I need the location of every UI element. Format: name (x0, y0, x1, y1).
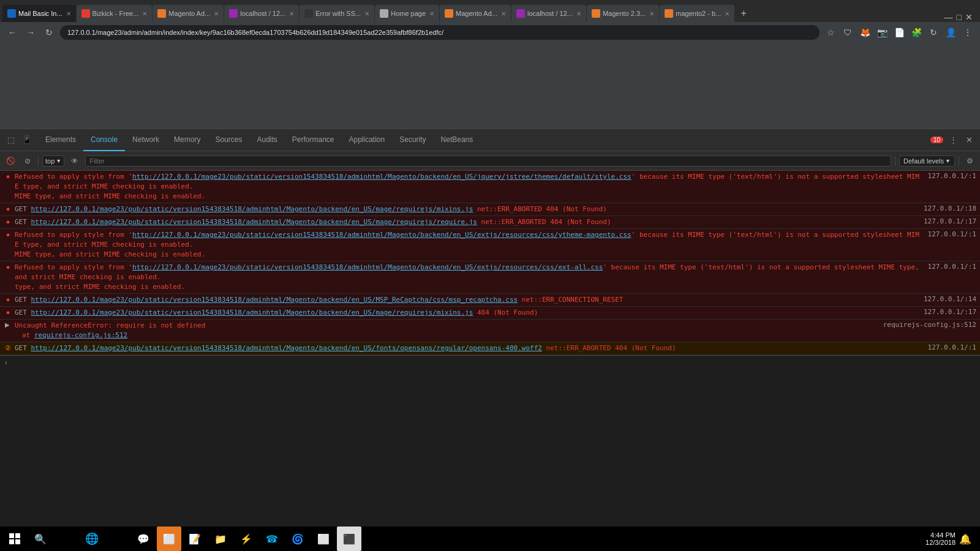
tab-close-magento1[interactable]: ✕ (214, 10, 219, 17)
tab-sources[interactable]: Sources (208, 129, 249, 151)
taskbar-task-view[interactable]: ⊙ (54, 527, 78, 551)
toolbar-divider1 (38, 156, 39, 166)
expand-icon-8[interactable]: ▶ (5, 321, 10, 328)
tab-close-localhost1[interactable]: ✕ (289, 10, 294, 17)
taskbar-messaging[interactable]: 💬 (131, 527, 156, 551)
taskbar-app-orange[interactable]: ⬜ (157, 527, 181, 551)
taskbar-skype[interactable]: ☎ (260, 527, 284, 551)
entry-link-5[interactable]: http://127.0.0.1/mage23/pub/static/versi… (132, 263, 603, 271)
devtools-close-icon[interactable]: ✕ (963, 134, 975, 146)
tab-localhost2[interactable]: localhost / 12... ✕ (511, 5, 586, 22)
entry-link-7[interactable]: http://127.0.0.1/mage23/pub/static/versi… (31, 309, 473, 317)
tab-security[interactable]: Security (392, 129, 433, 151)
tab-favicon-github (304, 9, 313, 18)
tab-bizkick[interactable]: Bizkick - Free... ✕ (77, 5, 153, 22)
tab-netbeans[interactable]: NetBeans (434, 129, 481, 151)
entry-source-1: 127.0.0.1/:1 (923, 172, 976, 180)
taskbar-edge[interactable]: 🌐 (80, 527, 104, 551)
tab-home[interactable]: Home page ✕ (375, 5, 439, 22)
taskbar-time: 4:44 PM (930, 531, 956, 539)
devtools-cursor-icon[interactable]: ⬚ (5, 134, 17, 146)
minimize-button[interactable]: — (944, 12, 953, 22)
notification-button[interactable]: 🔔 (958, 533, 973, 545)
entry-source-6: 127.0.0.1/:14 (919, 295, 976, 303)
tab-console[interactable]: Console (83, 129, 125, 151)
entry-link-6[interactable]: http://127.0.0.1/mage23/pub/static/versi… (31, 296, 518, 304)
menu-icon[interactable]: ⋮ (960, 25, 975, 40)
bookmark-icon[interactable]: ☆ (823, 25, 838, 40)
shield-icon[interactable]: 🛡 (840, 25, 855, 40)
entry-link-1[interactable]: http://127.0.0.1/mage23/pub/static/versi… (132, 173, 631, 181)
tab-close-github[interactable]: ✕ (364, 10, 369, 17)
url-bar[interactable] (60, 25, 820, 40)
tab-localhost1[interactable]: localhost / 12... ✕ (224, 5, 299, 22)
tab-close-mail[interactable]: ✕ (66, 10, 71, 17)
taskbar-app-green[interactable]: ⬜ (311, 527, 336, 551)
tab-label-mail: Mail Basic In... (18, 10, 62, 17)
entry-link-4[interactable]: http://127.0.0.1/mage23/pub/static/versi… (132, 231, 631, 239)
profile-icon[interactable]: 👤 (943, 25, 958, 40)
start-button[interactable] (2, 527, 27, 551)
taskbar-clock: 4:44 PM 12/3/2018 (925, 531, 956, 546)
tab-close-home[interactable]: ✕ (429, 10, 434, 17)
tab-performance[interactable]: Performance (285, 129, 342, 151)
tab-magento2b[interactable]: magento2 - b... ✕ (660, 5, 734, 22)
pdf-icon[interactable]: 📄 (892, 25, 907, 40)
tab-memory[interactable]: Memory (167, 129, 208, 151)
taskbar-search[interactable]: 🔍 (28, 527, 53, 551)
console-filter-button[interactable]: ⊘ (21, 154, 34, 168)
tab-application[interactable]: Application (342, 129, 393, 151)
entry-link-8[interactable]: requirejs-config.js:512 (34, 331, 127, 339)
refresh-button[interactable]: ↻ (42, 25, 56, 40)
sync-icon[interactable]: ↻ (926, 25, 941, 40)
tab-magento-ad2[interactable]: Magento Ad... ✕ (440, 5, 511, 22)
close-button[interactable]: ✕ (965, 12, 973, 22)
console-clear-button[interactable]: 🚫 (4, 154, 17, 168)
taskbar-files[interactable]: 📁 (208, 527, 233, 551)
back-button[interactable]: ← (5, 25, 20, 40)
devtools-device-icon[interactable]: 📱 (21, 134, 33, 146)
taskbar-filezilla[interactable]: ⚡ (234, 527, 258, 551)
console-eye-button[interactable]: 👁 (68, 154, 81, 168)
firefox-icon[interactable]: 🦊 (858, 25, 872, 40)
console-settings-icon[interactable]: ⚙ (963, 154, 976, 168)
console-filter-input[interactable] (85, 156, 891, 167)
devtools-more-icon[interactable]: ⋮ (947, 134, 959, 146)
camera-icon[interactable]: 📷 (875, 25, 889, 40)
tab-favicon-magento2b (665, 9, 673, 18)
taskbar-store[interactable]: 🛍 (105, 527, 130, 551)
tab-close-magento2b[interactable]: ✕ (725, 10, 729, 17)
tab-close-localhost2[interactable]: ✕ (576, 10, 581, 17)
entry-link-9[interactable]: http://127.0.0.1/mage23/pub/static/versi… (31, 344, 542, 352)
tab-network[interactable]: Network (125, 129, 167, 151)
tab-audits[interactable]: Audits (249, 129, 284, 151)
tab-close-magento23[interactable]: ✕ (649, 10, 654, 17)
context-selector[interactable]: top ▼ (42, 156, 64, 167)
maximize-button[interactable]: □ (957, 12, 962, 22)
levels-selector[interactable]: Default levels ▼ (899, 156, 955, 167)
get-label-6: GET (15, 296, 31, 304)
tab-bar: Mail Basic In... ✕ Bizkick - Free... ✕ M… (0, 0, 980, 22)
console-entry-4: ● Refused to apply style from 'http://12… (0, 229, 980, 261)
tab-mail-basic[interactable]: Mail Basic In... ✕ (2, 5, 76, 22)
entry-link-3[interactable]: http://127.0.0.1/mage23/pub/static/versi… (31, 218, 477, 226)
taskbar-notes[interactable]: 📝 (183, 527, 207, 551)
extensions-icon[interactable]: 🧩 (909, 25, 924, 40)
browser-chrome: Mail Basic In... ✕ Bizkick - Free... ✕ M… (0, 0, 980, 43)
tab-elements[interactable]: Elements (38, 129, 83, 151)
error-icon-2: ● (4, 205, 12, 212)
entry-link-2[interactable]: http://127.0.0.1/mage23/pub/static/versi… (31, 205, 473, 213)
svg-rect-1 (15, 533, 20, 538)
taskbar-chrome[interactable]: 🌀 (285, 527, 310, 551)
tab-favicon-home (380, 9, 388, 18)
new-tab-button[interactable]: + (735, 5, 752, 22)
tab-close-magento2[interactable]: ✕ (501, 10, 506, 17)
tab-magento23[interactable]: Magento 2.3... ✕ (587, 5, 659, 22)
taskbar-terminal[interactable]: ⬛ (337, 527, 361, 551)
tab-favicon-magento23 (592, 9, 600, 18)
forward-button[interactable]: → (23, 25, 38, 40)
console-input[interactable] (11, 358, 975, 367)
tab-close-bizkick[interactable]: ✕ (142, 10, 147, 17)
tab-github[interactable]: Error with SS... ✕ (300, 5, 374, 22)
tab-magento-ad1[interactable]: Magento Ad... ✕ (153, 5, 224, 22)
